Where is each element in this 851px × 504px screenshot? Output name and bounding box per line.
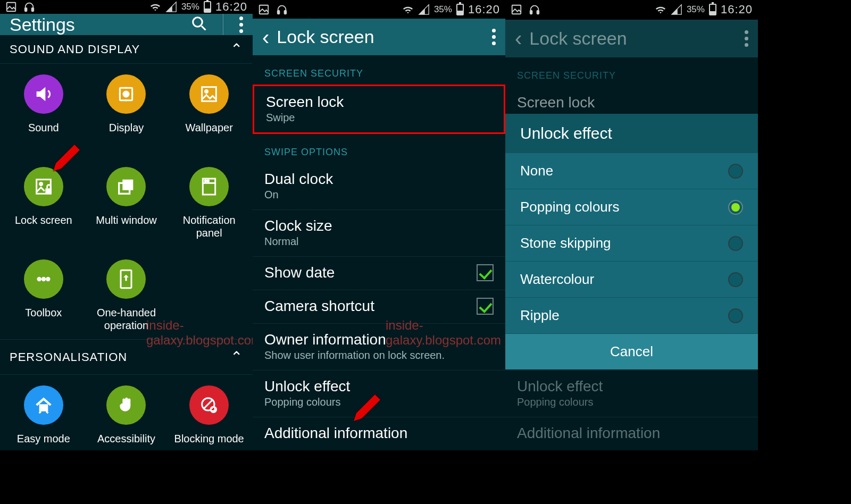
block-icon bbox=[189, 385, 229, 425]
item-clock-size[interactable]: Clock size Normal bbox=[253, 210, 505, 257]
grid-item-notification-panel[interactable]: Notification panel bbox=[168, 162, 251, 241]
phone-pane-settings: 35% 16:20 Settings SOUND AND DISPLAY ⌃ S… bbox=[0, 0, 253, 450]
overflow-menu-icon bbox=[745, 30, 748, 47]
svg-point-14 bbox=[39, 183, 42, 186]
cancel-button[interactable]: Cancel bbox=[505, 334, 758, 369]
checkbox[interactable] bbox=[477, 298, 494, 315]
checkbox[interactable] bbox=[477, 264, 494, 281]
overflow-menu-icon[interactable] bbox=[492, 29, 496, 45]
section-sound-display[interactable]: SOUND AND DISPLAY ⌃ bbox=[0, 35, 253, 64]
item-title: Additional information bbox=[517, 425, 746, 442]
item-camera-shortcut[interactable]: Camera shortcut bbox=[253, 290, 505, 324]
back-icon[interactable]: ‹ bbox=[262, 27, 269, 48]
grid-item-label: Sound bbox=[28, 121, 59, 134]
svg-rect-0 bbox=[7, 3, 16, 12]
battery-percentage: 35% bbox=[181, 2, 199, 12]
item-title: Owner information bbox=[264, 331, 494, 348]
item-dual-clock[interactable]: Dual clock On bbox=[253, 163, 505, 210]
home-icon bbox=[24, 385, 63, 425]
svg-rect-15 bbox=[45, 188, 52, 194]
grid-item-label: One-handed operation bbox=[87, 306, 166, 332]
section-screen-security: SCREEN SECURITY bbox=[253, 55, 505, 85]
grid-item-sound[interactable]: Sound bbox=[2, 69, 85, 149]
item-title: Additional information bbox=[264, 425, 494, 442]
item-additional-info: Additional information bbox=[505, 417, 758, 450]
item-show-date[interactable]: Show date bbox=[253, 257, 505, 290]
option-label: None bbox=[520, 163, 553, 179]
wifi-icon bbox=[655, 4, 666, 15]
overflow-menu-icon[interactable] bbox=[239, 16, 243, 33]
signal-icon bbox=[165, 1, 177, 13]
status-clock: 16:20 bbox=[468, 3, 500, 16]
status-clock: 16:20 bbox=[215, 0, 247, 14]
svg-rect-32 bbox=[285, 10, 287, 13]
action-bar: ‹ Lock screen bbox=[505, 20, 758, 57]
svg-point-20 bbox=[205, 180, 206, 182]
grid-item-label: Display bbox=[109, 121, 144, 134]
dots-icon bbox=[24, 259, 63, 299]
wifi-icon bbox=[402, 4, 414, 15]
svg-rect-1 bbox=[25, 8, 27, 11]
grid-item-label: Blocking mode bbox=[174, 432, 244, 445]
radio[interactable] bbox=[728, 236, 743, 251]
svg-rect-30 bbox=[260, 5, 269, 14]
hand-icon bbox=[106, 385, 146, 425]
grid-item-one-handed-operation[interactable]: One-handed operation bbox=[85, 254, 168, 334]
phone-pane-dialog: 35% 16:20 ‹ Lock screen SCREEN SECURITY … bbox=[505, 0, 758, 450]
section-personalisation[interactable]: PERSONALISATION ⌃ bbox=[0, 339, 253, 375]
dialog-option-popping-colours[interactable]: Popping colours bbox=[505, 189, 758, 225]
item-subtitle: On bbox=[264, 189, 494, 201]
headphones-icon bbox=[23, 1, 35, 13]
item-owner-info[interactable]: Owner information Show user information … bbox=[253, 324, 505, 371]
battery-percentage: 35% bbox=[434, 4, 452, 15]
grid-item-lock-screen[interactable]: Lock screen bbox=[2, 162, 85, 241]
search-icon[interactable] bbox=[191, 15, 207, 33]
headphones-icon bbox=[529, 4, 540, 15]
radio[interactable] bbox=[728, 272, 743, 287]
option-label: Watercolour bbox=[520, 271, 594, 288]
battery-icon bbox=[709, 4, 716, 15]
svg-point-23 bbox=[41, 277, 46, 281]
grid-item-toolbox[interactable]: Toolbox bbox=[2, 254, 85, 334]
grid-item-label: Notification panel bbox=[170, 214, 248, 239]
grid-item-display[interactable]: Display bbox=[85, 69, 168, 149]
grid-item-blocking-mode[interactable]: Blocking mode bbox=[168, 380, 251, 450]
radio[interactable] bbox=[728, 200, 743, 215]
svg-rect-31 bbox=[278, 10, 280, 13]
item-subtitle: Swipe bbox=[266, 112, 492, 124]
grid-item-easy-mode[interactable]: Easy mode bbox=[2, 380, 85, 450]
status-bar: 35% 16:20 bbox=[505, 0, 758, 20]
radio[interactable] bbox=[728, 164, 743, 179]
dialog-option-ripple[interactable]: Ripple bbox=[505, 298, 758, 334]
section-screen-security: SCREEN SECURITY bbox=[505, 57, 758, 87]
svg-rect-2 bbox=[32, 8, 34, 11]
item-title: Camera shortcut bbox=[264, 298, 477, 315]
option-label: Ripple bbox=[520, 307, 560, 324]
svg-point-12 bbox=[205, 90, 208, 93]
multiwindow-icon bbox=[106, 167, 146, 206]
signal-icon bbox=[671, 4, 682, 15]
item-title: Show date bbox=[264, 264, 477, 281]
dialog-title: Unlock effect bbox=[505, 114, 758, 153]
dialog-option-watercolour[interactable]: Watercolour bbox=[505, 262, 758, 298]
grid-item-wallpaper[interactable]: Wallpaper bbox=[168, 69, 251, 149]
brightness-icon bbox=[106, 74, 146, 114]
dialog-option-stone-skipping[interactable]: Stone skipping bbox=[505, 225, 758, 262]
divider bbox=[223, 14, 223, 35]
grid-item-accessibility[interactable]: Accessibility bbox=[85, 380, 168, 450]
dialog-option-none[interactable]: None bbox=[505, 153, 758, 189]
item-subtitle: Popping colours bbox=[517, 396, 746, 408]
item-screen-lock[interactable]: Screen lock Swipe bbox=[253, 85, 505, 134]
grid-item-multi-window[interactable]: Multi window bbox=[85, 162, 168, 241]
back-icon: ‹ bbox=[515, 28, 522, 49]
item-subtitle: Normal bbox=[264, 236, 494, 248]
item-title: Dual clock bbox=[264, 171, 494, 188]
radio[interactable] bbox=[728, 308, 743, 323]
status-bar: 35% 16:20 bbox=[253, 0, 505, 19]
wifi-icon bbox=[149, 1, 161, 13]
settings-grid-1: Sound Display Wallpaper Lock screen Mult… bbox=[0, 64, 253, 339]
action-bar: Settings bbox=[0, 14, 253, 35]
section-label: SOUND AND DISPLAY bbox=[10, 43, 140, 56]
svg-point-3 bbox=[193, 18, 203, 27]
svg-point-22 bbox=[37, 277, 41, 281]
